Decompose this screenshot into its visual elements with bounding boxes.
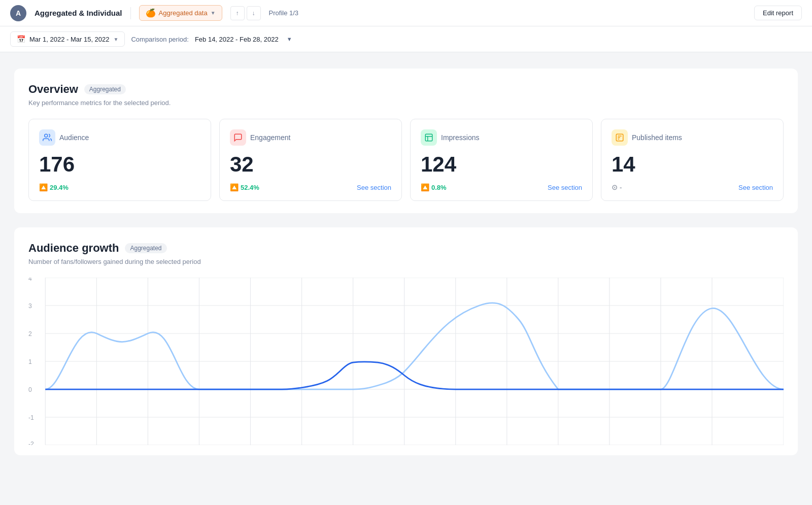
impressions-see-section[interactable]: See section bbox=[548, 184, 582, 191]
date-dropdown-icon: ▼ bbox=[114, 37, 119, 42]
engagement-see-section[interactable]: See section bbox=[357, 184, 391, 191]
svg-text:4: 4 bbox=[28, 278, 32, 282]
chart-light-line bbox=[45, 303, 784, 389]
impressions-footer: 🔼 0.8% See section bbox=[421, 183, 582, 191]
audience-growth-badge: Aggregated bbox=[125, 243, 166, 253]
date-range-label: Mar 1, 2022 - Mar 15, 2022 bbox=[29, 36, 110, 43]
impressions-change-icon: 🔼 bbox=[421, 183, 429, 191]
published-footer: ⊙ - See section bbox=[612, 183, 773, 191]
overview-header: Overview Aggregated bbox=[28, 83, 784, 96]
engagement-card: Engagement 32 🔼 52.4% See section bbox=[219, 119, 402, 201]
agg-icon: 🍊 bbox=[146, 8, 156, 18]
overview-title: Overview bbox=[28, 83, 78, 96]
audience-value: 176 bbox=[39, 153, 200, 176]
audience-growth-header: Audience growth Aggregated bbox=[28, 242, 784, 255]
comparison-prefix: Comparison period: bbox=[131, 36, 188, 43]
impressions-card: Impressions 124 🔼 0.8% See section bbox=[410, 119, 593, 201]
audience-footer: 🔼 29.4% bbox=[39, 183, 200, 191]
audience-icon bbox=[39, 129, 55, 146]
published-change-icon: ⊙ bbox=[612, 183, 618, 191]
audience-card: Audience 176 🔼 29.4% bbox=[28, 119, 211, 201]
audience-change-icon: 🔼 bbox=[39, 183, 48, 191]
chart-dark-line bbox=[45, 362, 784, 389]
impressions-change: 🔼 0.8% bbox=[421, 183, 447, 191]
engagement-footer: 🔼 52.4% See section bbox=[230, 183, 391, 191]
published-see-section[interactable]: See section bbox=[738, 184, 773, 191]
comparison-range: Feb 14, 2022 - Feb 28, 2022 bbox=[195, 36, 279, 43]
main-content: Overview Aggregated Key performance metr… bbox=[0, 52, 812, 472]
engagement-value: 32 bbox=[230, 153, 391, 176]
audience-growth-chart: .grid-line { stroke: #e5e7eb; stroke-wid… bbox=[28, 278, 784, 445]
prev-profile-button[interactable]: ↑ bbox=[230, 6, 245, 20]
date-bar: 📅 Mar 1, 2022 - Mar 15, 2022 ▼ Compariso… bbox=[0, 26, 812, 52]
next-profile-button[interactable]: ↓ bbox=[247, 6, 261, 20]
date-picker-button[interactable]: 📅 Mar 1, 2022 - Mar 15, 2022 ▼ bbox=[10, 31, 125, 47]
chart-container: .grid-line { stroke: #e5e7eb; stroke-wid… bbox=[28, 278, 784, 445]
aggregated-data-label: Aggregated data bbox=[159, 9, 208, 17]
impressions-icon bbox=[421, 129, 437, 146]
published-header: Published items bbox=[612, 129, 773, 146]
nav-title: Aggregated & Individual bbox=[35, 9, 122, 17]
published-icon bbox=[612, 129, 628, 146]
nav-divider bbox=[130, 7, 131, 19]
svg-text:0: 0 bbox=[28, 387, 32, 394]
avatar: A bbox=[10, 5, 26, 21]
audience-header: Audience bbox=[39, 129, 200, 146]
overview-badge: Aggregated bbox=[84, 84, 126, 94]
engagement-header: Engagement bbox=[230, 129, 391, 146]
svg-text:1: 1 bbox=[28, 359, 32, 366]
aggregated-dropdown-icon: ▼ bbox=[211, 10, 216, 16]
svg-text:-2: -2 bbox=[28, 441, 34, 445]
svg-rect-1 bbox=[425, 134, 432, 141]
svg-point-0 bbox=[45, 134, 48, 137]
engagement-label: Engagement bbox=[250, 133, 290, 142]
impressions-header: Impressions bbox=[421, 129, 582, 146]
published-value: 14 bbox=[612, 153, 773, 176]
top-nav: A Aggregated & Individual 🍊 Aggregated d… bbox=[0, 0, 812, 26]
engagement-change-icon: 🔼 bbox=[230, 183, 239, 191]
audience-label: Audience bbox=[59, 133, 89, 142]
impressions-label: Impressions bbox=[441, 133, 479, 142]
published-label: Published items bbox=[632, 133, 682, 142]
svg-text:-1: -1 bbox=[28, 415, 34, 422]
published-card: Published items 14 ⊙ - See section bbox=[601, 119, 784, 201]
audience-growth-section: Audience growth Aggregated Number of fan… bbox=[14, 227, 798, 455]
overview-subtitle: Key performance metrics for the selected… bbox=[28, 99, 784, 107]
svg-text:2: 2 bbox=[28, 331, 32, 338]
overview-section: Overview Aggregated Key performance metr… bbox=[14, 69, 798, 213]
edit-report-button[interactable]: Edit report bbox=[754, 6, 802, 20]
audience-growth-title: Audience growth bbox=[28, 242, 119, 255]
comparison-dropdown-icon[interactable]: ▼ bbox=[287, 36, 292, 42]
published-change: ⊙ - bbox=[612, 183, 622, 191]
engagement-icon bbox=[230, 129, 246, 146]
aggregated-data-button[interactable]: 🍊 Aggregated data ▼ bbox=[139, 5, 222, 21]
calendar-icon: 📅 bbox=[17, 35, 25, 43]
metric-cards: Audience 176 🔼 29.4% bbox=[28, 119, 784, 201]
chart-area: .grid-line { stroke: #e5e7eb; stroke-wid… bbox=[28, 278, 784, 445]
profile-label: Profile 1/3 bbox=[269, 9, 299, 17]
impressions-value: 124 bbox=[421, 153, 582, 176]
audience-growth-subtitle: Number of fans/followers gained during t… bbox=[28, 258, 784, 265]
engagement-change: 🔼 52.4% bbox=[230, 183, 259, 191]
nav-arrows: ↑ ↓ bbox=[230, 6, 261, 20]
svg-text:3: 3 bbox=[28, 303, 32, 310]
audience-change: 🔼 29.4% bbox=[39, 183, 69, 191]
